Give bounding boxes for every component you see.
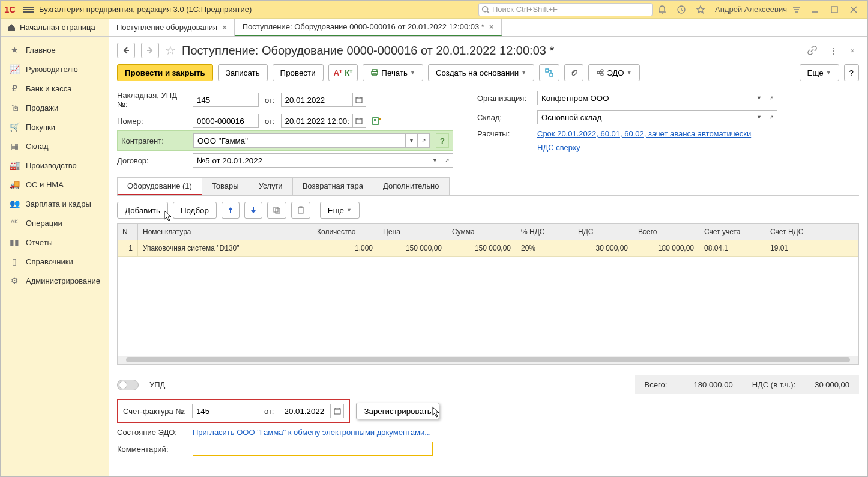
sidebar-item-operations[interactable]: ᴬᴷОперации: [1, 213, 109, 232]
post-button[interactable]: Провести: [273, 64, 324, 81]
open-icon[interactable]: ↗: [765, 91, 777, 105]
home-tab[interactable]: Начальная страница: [1, 19, 109, 36]
col-vatacc: Счет НДС: [765, 224, 858, 240]
subtab-services[interactable]: Услуги: [249, 177, 293, 195]
svg-rect-17: [550, 73, 553, 76]
sidebar-item-purchases[interactable]: 🛒Покупки: [1, 117, 109, 136]
sidebar-item-admin[interactable]: ⚙Администрирование: [1, 271, 109, 290]
number-field[interactable]: [193, 114, 259, 128]
move-up-button[interactable]: [222, 202, 240, 219]
minimize-icon[interactable]: [811, 5, 825, 14]
more-button[interactable]: Еще▼: [800, 64, 839, 81]
col-vatp: % НДС: [516, 224, 573, 240]
sf-no-field[interactable]: [192, 404, 258, 418]
copy-button[interactable]: [267, 202, 286, 219]
attach-button[interactable]: [564, 64, 583, 81]
svg-rect-27: [356, 118, 362, 124]
calendar-icon[interactable]: [331, 404, 344, 418]
kebab-icon[interactable]: ⋮: [827, 46, 840, 55]
close-window-icon[interactable]: [849, 5, 864, 14]
open-icon[interactable]: ↗: [441, 153, 453, 168]
contract-field[interactable]: [193, 153, 429, 168]
link-icon[interactable]: [807, 46, 821, 55]
settlement-link[interactable]: Срок 20.01.2022, 60.01, 60.02, зачет ава…: [537, 129, 751, 138]
entries-button[interactable]: АᵀКᵀ: [328, 64, 358, 81]
user-name[interactable]: Андрей Алексеевич: [715, 5, 787, 14]
table-row[interactable]: 1 Упаковочная система "D130" 1,000 150 0…: [118, 240, 858, 257]
dropdown-icon[interactable]: ▼: [406, 133, 418, 148]
dropdown-icon[interactable]: ▼: [429, 153, 441, 168]
invoice-no-field[interactable]: [193, 93, 259, 107]
register-button[interactable]: Зарегистрировать: [356, 403, 439, 419]
open-icon[interactable]: ↗: [765, 110, 777, 124]
cell-price: 150 000,00: [378, 240, 447, 256]
total-label: Всего:: [645, 380, 675, 389]
back-button[interactable]: [117, 43, 135, 58]
global-search[interactable]: Поиск Ctrl+Shift+F: [478, 3, 653, 16]
doc-tab-2[interactable]: Поступление: Оборудование 0000-000016 от…: [235, 19, 502, 36]
sidebar-item-manager[interactable]: 📈Руководителю: [1, 59, 109, 79]
sidebar-item-label: Продажи: [26, 103, 58, 112]
paste-button[interactable]: [291, 202, 310, 219]
move-down-button[interactable]: [244, 202, 262, 219]
number-date-field[interactable]: [281, 114, 353, 128]
org-field[interactable]: [537, 91, 753, 105]
forward-button[interactable]: [141, 43, 159, 58]
main-menu-icon[interactable]: [23, 5, 34, 14]
maximize-icon[interactable]: [830, 5, 845, 14]
hint-button[interactable]: ?: [436, 133, 449, 148]
create-based-button[interactable]: Создать на основании▼: [428, 64, 534, 81]
post-and-close-button[interactable]: Провести и закрыть: [117, 64, 213, 81]
upd-toggle[interactable]: [117, 380, 139, 390]
sidebar-item-bank[interactable]: ₽Банк и касса: [1, 79, 109, 98]
sidebar-item-sales[interactable]: 🛍Продажи: [1, 98, 109, 117]
subtab-equipment[interactable]: Оборудование (1): [117, 177, 202, 195]
related-button[interactable]: [539, 64, 559, 81]
warehouse-field[interactable]: [537, 110, 753, 124]
open-icon[interactable]: ↗: [418, 133, 430, 148]
calendar-icon[interactable]: [353, 114, 366, 128]
doc-tab-1[interactable]: Поступление оборудования ×: [109, 19, 235, 36]
edo-button[interactable]: ЭДО▼: [588, 64, 639, 81]
sidebar-item-refs[interactable]: ▯Справочники: [1, 252, 109, 271]
sidebar-item-reports[interactable]: ▮▮Отчеты: [1, 232, 109, 252]
dropdown-icon[interactable]: ▼: [753, 110, 765, 124]
inline-new-icon[interactable]: [372, 117, 382, 125]
sidebar-item-hr[interactable]: 👥Зарплата и кадры: [1, 194, 109, 213]
print-button-label: Печать: [381, 68, 408, 77]
vat-mode-link[interactable]: НДС сверху: [537, 143, 580, 152]
sidebar-item-production[interactable]: 🏭Производство: [1, 156, 109, 175]
bell-icon[interactable]: [657, 5, 672, 14]
help-button[interactable]: ?: [844, 64, 859, 81]
favorite-toggle[interactable]: ☆: [165, 43, 176, 58]
horizontal-scrollbar[interactable]: [118, 356, 858, 364]
edo-invite-link[interactable]: Пригласить ООО "Гамма" к обмену электрон…: [193, 428, 431, 437]
close-icon[interactable]: ×: [846, 46, 859, 55]
print-button[interactable]: Печать▼: [363, 64, 423, 81]
sidebar-item-label: Зарплата и кадры: [26, 199, 91, 208]
table-more-button[interactable]: Еще▼: [320, 202, 360, 219]
subtab-extra[interactable]: Дополнительно: [373, 177, 450, 195]
subtab-goods[interactable]: Товары: [202, 177, 249, 195]
subtab-returnable[interactable]: Возвратная тара: [292, 177, 373, 195]
close-icon[interactable]: ×: [222, 23, 227, 32]
invoice-date-field[interactable]: [281, 93, 353, 107]
comment-field[interactable]: [193, 442, 433, 456]
vat-total-value: 30 000,00: [815, 380, 849, 389]
pick-button[interactable]: Подбор: [173, 202, 217, 219]
close-icon[interactable]: ×: [489, 22, 494, 31]
sf-date-field[interactable]: [280, 404, 331, 418]
app-title: Бухгалтерия предприятия, редакция 3.0 (1…: [39, 5, 252, 14]
counterparty-field[interactable]: [193, 133, 406, 148]
history-icon[interactable]: [677, 5, 691, 14]
sidebar-item-main[interactable]: ★Главное: [1, 40, 109, 59]
sidebar-item-warehouse[interactable]: ▦Склад: [1, 136, 109, 156]
record-button[interactable]: Записать: [218, 64, 268, 81]
sidebar-item-label: Справочники: [26, 257, 73, 266]
favorite-icon[interactable]: [696, 5, 710, 14]
calendar-icon[interactable]: [353, 93, 366, 107]
dropdown-icon[interactable]: ▼: [753, 91, 765, 105]
panel-settings-icon[interactable]: [792, 5, 806, 14]
sidebar-item-assets[interactable]: 🚚ОС и НМА: [1, 175, 109, 194]
add-row-button[interactable]: Добавить: [117, 202, 168, 219]
